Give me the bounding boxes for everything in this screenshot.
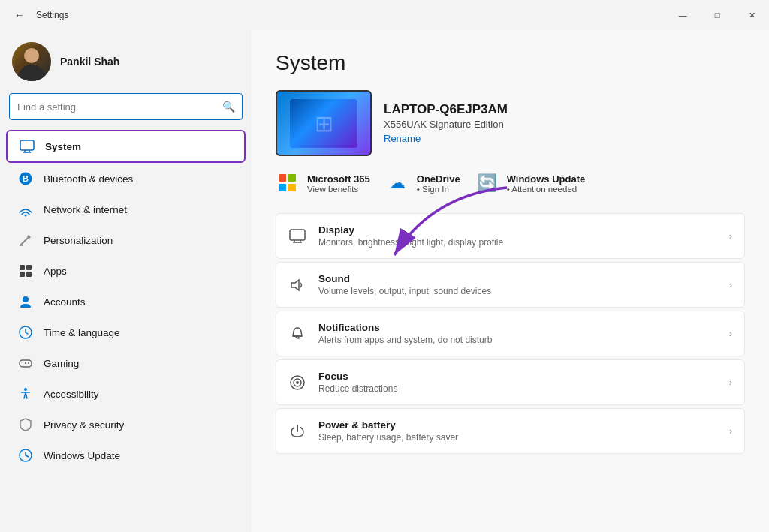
sidebar-item-privacy[interactable]: Privacy & security (6, 410, 246, 440)
sidebar-item-gaming[interactable]: Gaming (6, 348, 246, 378)
search-icon: 🔍 (222, 101, 235, 113)
minimize-button[interactable]: — (665, 0, 700, 30)
display-icon (288, 227, 306, 245)
settings-item-sound[interactable]: Sound Volume levels, output, input, soun… (276, 262, 745, 308)
focus-desc: Reduce distractions (318, 383, 717, 394)
device-thumbnail-inner (290, 99, 357, 148)
svg-rect-10 (20, 265, 25, 270)
sidebar-item-system[interactable]: System (6, 130, 246, 163)
svg-marker-29 (291, 280, 299, 290)
sidebar-item-personalization[interactable]: Personalization (6, 225, 246, 255)
system-icon (20, 139, 35, 154)
sidebar-item-accessibility[interactable]: Accessibility (6, 379, 246, 409)
sound-icon (288, 276, 306, 294)
settings-item-notifications[interactable]: Notifications Alerts from apps and syste… (276, 311, 745, 356)
ms365-subtitle: View benefits (307, 185, 370, 194)
device-model: X556UAK Signature Edition (384, 119, 508, 130)
settings-item-focus[interactable]: Focus Reduce distractions › (276, 359, 745, 405)
back-button[interactable]: ← (9, 5, 30, 26)
quick-link-ms365[interactable]: Microsoft 365 View benefits (276, 171, 370, 195)
privacy-icon (18, 417, 33, 432)
settings-item-power[interactable]: Power & battery Sleep, battery usage, ba… (276, 408, 745, 454)
power-title: Power & battery (318, 419, 717, 431)
svg-point-22 (24, 388, 27, 391)
user-profile[interactable]: Pankil Shah (0, 30, 252, 93)
notifications-text: Notifications Alerts from apps and syste… (318, 322, 717, 345)
accessibility-icon (18, 386, 33, 401)
sidebar: Pankil Shah 🔍 SystemBBluetooth & devices… (0, 30, 252, 532)
notifications-title: Notifications (318, 322, 717, 333)
ms365-icon (276, 171, 300, 195)
power-icon (288, 422, 306, 440)
winupdate-icon: 🔄 (475, 171, 499, 195)
quick-links: Microsoft 365 View benefits ☁ OneDrive S… (276, 171, 745, 195)
onedrive-icon: ☁ (385, 171, 409, 195)
device-info: LAPTOP-Q6EJP3AM X556UAK Signature Editio… (384, 102, 508, 144)
onedrive-text: OneDrive Sign In (417, 173, 460, 194)
rename-link[interactable]: Rename (384, 133, 508, 144)
display-chevron: › (729, 231, 732, 242)
apps-icon (18, 263, 33, 278)
sidebar-item-bluetooth[interactable]: BBluetooth & devices (6, 164, 246, 194)
settings-item-display[interactable]: Display Monitors, brightness, night ligh… (276, 213, 745, 259)
device-name: LAPTOP-Q6EJP3AM (384, 102, 508, 117)
sidebar-item-label-apps: Apps (44, 266, 67, 277)
svg-line-17 (26, 332, 28, 334)
svg-text:B: B (23, 174, 29, 183)
search-box: 🔍 (9, 93, 243, 120)
sidebar-item-label-gaming: Gaming (44, 358, 79, 369)
svg-rect-11 (26, 265, 32, 270)
ms365-title: Microsoft 365 (307, 173, 370, 185)
sidebar-item-label-bluetooth: Bluetooth & devices (44, 173, 133, 185)
search-input[interactable] (9, 93, 243, 120)
svg-rect-13 (26, 272, 32, 277)
maximize-button[interactable]: □ (700, 0, 734, 30)
sound-desc: Volume levels, output, input, sound devi… (318, 286, 717, 296)
power-chevron: › (729, 426, 732, 437)
winupdate-subtitle: Attention needed (507, 185, 586, 194)
settings-list: Display Monitors, brightness, night ligh… (276, 213, 745, 454)
onedrive-title: OneDrive (417, 173, 460, 185)
focus-icon (288, 374, 306, 392)
close-button[interactable]: ✕ (734, 0, 769, 30)
sidebar-item-label-accounts: Accounts (44, 296, 86, 308)
display-text: Display Monitors, brightness, night ligh… (318, 224, 717, 248)
device-card: LAPTOP-Q6EJP3AM X556UAK Signature Editio… (276, 90, 745, 156)
page-title: System (276, 51, 745, 75)
notifications-chevron: › (729, 329, 732, 339)
sidebar-item-time[interactable]: Time & language (6, 317, 246, 347)
window-controls: — □ ✕ (665, 0, 769, 30)
nav-list: SystemBBluetooth & devicesNetwork & inte… (0, 129, 252, 471)
svg-point-14 (23, 296, 29, 302)
device-thumbnail (276, 90, 372, 156)
winupdate-text: Windows Update Attention needed (507, 173, 586, 194)
quick-link-onedrive[interactable]: ☁ OneDrive Sign In (385, 171, 460, 195)
svg-rect-12 (20, 272, 25, 277)
sidebar-item-accounts[interactable]: Accounts (6, 287, 246, 317)
bluetooth-icon: B (18, 171, 33, 186)
sidebar-item-network[interactable]: Network & internet (6, 194, 246, 224)
svg-rect-25 (290, 230, 305, 240)
avatar (12, 42, 51, 81)
gaming-icon (18, 356, 33, 371)
focus-title: Focus (318, 371, 717, 382)
ms365-text: Microsoft 365 View benefits (307, 173, 370, 194)
sidebar-item-windows_update[interactable]: Windows Update (6, 440, 246, 470)
windows_update-icon (18, 448, 33, 463)
sidebar-item-label-windows_update: Windows Update (44, 450, 120, 461)
svg-point-6 (25, 215, 27, 217)
svg-point-21 (28, 362, 29, 364)
sound-title: Sound (318, 273, 717, 284)
sidebar-item-label-personalization: Personalization (44, 235, 113, 246)
winupdate-title: Windows Update (507, 173, 586, 185)
username: Pankil Shah (60, 56, 119, 68)
display-desc: Monitors, brightness, night light, displ… (318, 237, 717, 248)
sidebar-item-apps[interactable]: Apps (6, 256, 246, 286)
svg-line-7 (20, 237, 29, 245)
sidebar-item-label-time: Time & language (44, 327, 120, 338)
quick-link-winupdate[interactable]: 🔄 Windows Update Attention needed (475, 171, 586, 195)
notifications-icon (288, 325, 306, 343)
focus-text: Focus Reduce distractions (318, 371, 717, 394)
sidebar-item-label-accessibility: Accessibility (44, 389, 99, 400)
power-desc: Sleep, battery usage, battery saver (318, 432, 717, 443)
